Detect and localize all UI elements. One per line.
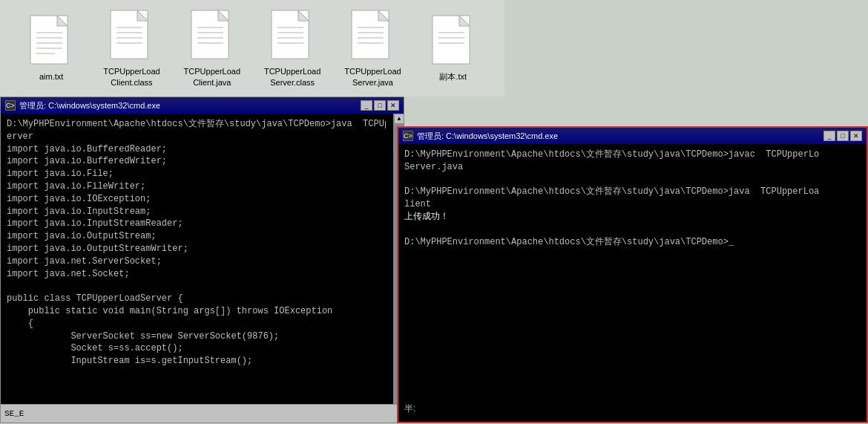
cmd2-titlebar-btns: _ □ ✕ bbox=[823, 131, 862, 141]
cmd-window-2: C> 管理员: C:\windows\system32\cmd.exe _ □ … bbox=[397, 126, 868, 423]
cmd2-line-blank7 bbox=[404, 299, 861, 311]
cmd1-line-4: import java.io.BufferedWriter; bbox=[7, 155, 386, 168]
cmd1-titlebar[interactable]: C> 管理员: C:\windows\system32\cmd.exe _ □ … bbox=[1, 97, 404, 114]
cmd2-line-4: lient bbox=[404, 198, 861, 211]
cmd2-line-blank1 bbox=[404, 174, 861, 186]
file-icon-img-server-java bbox=[350, 9, 395, 62]
cmd1-bottom-bar: SE_E bbox=[1, 404, 405, 423]
cmd-window-1: C> 管理员: C:\windows\system32\cmd.exe _ □ … bbox=[0, 97, 404, 423]
cmd2-line-blank8 bbox=[404, 310, 861, 323]
cmd1-line-8: import java.io.InputStream; bbox=[7, 206, 386, 218]
cmd2-line-5: 上传成功！ bbox=[404, 211, 861, 224]
file-label-client-class: TCPUpperLoadClient.class bbox=[103, 66, 160, 88]
file-icon-client-class[interactable]: TCPUpperLoadClient.class bbox=[102, 9, 160, 88]
throws-keyword: throws bbox=[237, 306, 269, 316]
cmd1-titlebar-left: C> 管理员: C:\windows\system32\cmd.exe bbox=[5, 100, 160, 111]
file-label-aim-txt: aim.txt bbox=[39, 71, 63, 82]
cmd1-line-3: import java.io.BufferedReader; bbox=[7, 143, 386, 156]
cmd1-line-16: public static void main(String args[]) t… bbox=[7, 305, 386, 318]
cmd2-line-blank10 bbox=[404, 336, 861, 348]
file-label-server-class: TCPUpperLoadServer.class bbox=[264, 66, 320, 88]
cmd1-line-1: D:\MyPHPEnvironment\Apache\htdocs\文件暂存\s… bbox=[7, 118, 386, 131]
cmd2-line-2: Server.java bbox=[404, 161, 861, 174]
cmd2-bottom-text: 半: bbox=[404, 402, 415, 416]
file-icons-area: aim.txt TCPUpperLoadClient.class bbox=[0, 0, 504, 97]
cmd1-close-btn[interactable]: ✕ bbox=[387, 100, 399, 111]
cmd2-line-blank2 bbox=[404, 224, 861, 236]
file-icon-img-client-class bbox=[109, 9, 154, 62]
cmd1-line-19: Socket s=ss.accept(); bbox=[7, 342, 386, 355]
cmd2-line-3: D:\MyPHPEnvironment\Apache\htdocs\文件暂存\s… bbox=[404, 186, 861, 198]
file-icon-copy-txt[interactable]: 副本.txt bbox=[424, 14, 482, 82]
cmd2-minimize-btn[interactable]: _ bbox=[823, 131, 835, 141]
cmd2-line-1: D:\MyPHPEnvironment\Apache\htdocs\文件暂存\s… bbox=[404, 149, 861, 161]
file-icon-server-java[interactable]: TCPUpperLoadServer.java bbox=[343, 9, 401, 88]
cmd1-icon: C> bbox=[5, 100, 16, 111]
cmd1-line-13: import java.net.Socket; bbox=[7, 268, 386, 281]
cmd2-line-blank4 bbox=[404, 261, 861, 273]
cmd1-line-7: import java.io.IOException; bbox=[7, 193, 386, 206]
cmd2-icon: C> bbox=[403, 131, 413, 141]
file-icon-img-client-java bbox=[190, 9, 234, 62]
cmd1-line-5: import java.io.File; bbox=[7, 168, 386, 180]
file-icon-img-server-class bbox=[270, 9, 315, 62]
file-icon-server-class[interactable]: TCPUpperLoadServer.class bbox=[263, 9, 321, 88]
cmd2-line-blank5 bbox=[404, 273, 861, 286]
cmd2-close-btn[interactable]: ✕ bbox=[850, 131, 862, 141]
cmd2-line-blank6 bbox=[404, 286, 861, 299]
cmd1-line-6: import java.io.FileWriter; bbox=[7, 180, 386, 193]
cmd1-line-10: import java.io.OutputStream; bbox=[7, 230, 386, 243]
file-icon-aim-txt[interactable]: aim.txt bbox=[22, 14, 80, 82]
cmd1-status: SE_E bbox=[4, 409, 24, 418]
cmd1-line-14 bbox=[7, 280, 386, 293]
file-icon-client-java[interactable]: TCPUpperLoadClient.java bbox=[183, 9, 241, 88]
cmd1-line-11: import java.io.OutputStreamWriter; bbox=[7, 243, 386, 255]
cmd1-line-9: import java.io.InputStreamReader; bbox=[7, 218, 386, 230]
cmd1-title: 管理员: C:\windows\system32\cmd.exe bbox=[19, 100, 160, 111]
cmd1-content: D:\MyPHPEnvironment\Apache\htdocs\文件暂存\s… bbox=[7, 118, 386, 418]
scroll-up-btn[interactable]: ▲ bbox=[394, 114, 404, 124]
file-label-server-java: TCPUpperLoadServer.java bbox=[344, 66, 401, 88]
cmd2-line-6: D:\MyPHPEnvironment\Apache\htdocs\文件暂存\s… bbox=[404, 236, 861, 249]
cmd2-line-blank11 bbox=[404, 348, 861, 361]
cmd2-body: D:\MyPHPEnvironment\Apache\htdocs\文件暂存\s… bbox=[398, 144, 867, 422]
cmd2-line-blank9 bbox=[404, 323, 861, 336]
cmd1-line-18: ServerSocket ss=new ServerSocket(9876); bbox=[7, 330, 386, 343]
cmd1-titlebar-btns: _ □ ✕ bbox=[361, 100, 399, 111]
cmd2-line-blank3 bbox=[404, 248, 861, 261]
file-label-copy-txt: 副本.txt bbox=[439, 71, 467, 82]
cmd1-line-12: import java.net.ServerSocket; bbox=[7, 255, 386, 268]
cmd1-minimize-btn[interactable]: _ bbox=[361, 100, 372, 111]
cmd2-status: 半: bbox=[404, 403, 415, 414]
cmd2-maximize-btn[interactable]: □ bbox=[837, 131, 849, 141]
cmd1-line-2: erver bbox=[7, 131, 386, 143]
cmd1-line-15: public class TCPUpperLoadServer { bbox=[7, 293, 386, 305]
cmd2-line-blank12 bbox=[404, 361, 861, 374]
cmd1-line-17: { bbox=[7, 318, 386, 330]
cmd1-maximize-btn[interactable]: □ bbox=[374, 100, 386, 111]
desktop: aim.txt TCPUpperLoadClient.class bbox=[0, 0, 868, 424]
file-label-client-java: TCPUpperLoadClient.java bbox=[184, 66, 240, 88]
cmd1-line-20: InputStream is=s.getInputStream(); bbox=[7, 355, 386, 368]
cmd2-title: 管理员: C:\windows\system32\cmd.exe bbox=[417, 131, 558, 142]
cmd2-titlebar[interactable]: C> 管理员: C:\windows\system32\cmd.exe _ □ … bbox=[398, 128, 867, 144]
cmd2-titlebar-left: C> 管理员: C:\windows\system32\cmd.exe bbox=[403, 131, 558, 142]
file-icon-img-aim-txt bbox=[29, 14, 73, 68]
file-icon-img-copy-txt bbox=[431, 14, 476, 68]
cmd1-body: D:\MyPHPEnvironment\Apache\htdocs\文件暂存\s… bbox=[1, 114, 404, 423]
